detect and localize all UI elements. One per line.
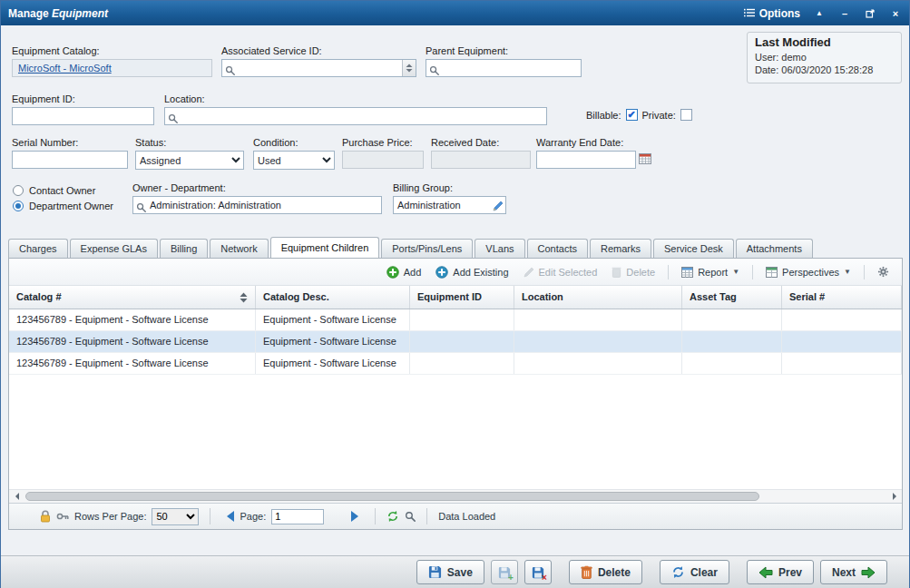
arrow-right-icon (861, 566, 876, 579)
tab-attachments[interactable]: Attachments (736, 239, 813, 258)
tab-ports-pins-lens[interactable]: Ports/Pins/Lens (381, 239, 473, 258)
search-icon (429, 63, 439, 79)
calendar-icon[interactable] (639, 152, 651, 168)
tab-service-desk[interactable]: Service Desk (653, 239, 734, 258)
contact-owner-radio[interactable] (13, 185, 24, 196)
owner-department-input[interactable] (132, 196, 382, 214)
equipment-id-input[interactable] (12, 107, 154, 125)
grid-settings-button[interactable] (872, 264, 895, 279)
edit-pencil-icon[interactable] (493, 199, 504, 215)
delete-selected-button[interactable]: Delete (606, 264, 660, 279)
horizontal-scrollbar (9, 489, 902, 503)
rows-per-page-select[interactable]: 50 (152, 508, 199, 525)
arrow-left-icon (758, 566, 773, 579)
column-header-serial[interactable]: Serial # (782, 286, 902, 309)
perspectives-button[interactable]: Perspectives ▼ (760, 265, 856, 279)
hscroll-left-button[interactable] (9, 490, 24, 503)
table-row[interactable]: 123456789 - Equipment - Software License… (9, 353, 902, 375)
report-icon (681, 267, 693, 278)
chevron-down-icon: ▼ (732, 268, 739, 276)
minimize-button[interactable]: – (838, 7, 851, 20)
tab-vlans[interactable]: VLans (475, 239, 524, 258)
tab-equipment-children[interactable]: Equipment Children (270, 237, 380, 258)
table-cell (410, 309, 514, 330)
parent-equipment-label: Parent Equipment: (426, 45, 582, 56)
page-next-button[interactable] (351, 511, 364, 522)
edit-selected-button[interactable]: Edit Selected (518, 265, 603, 279)
location-input[interactable] (164, 107, 547, 125)
location-label: Location: (164, 93, 547, 104)
popout-button[interactable] (864, 7, 876, 20)
parent-equipment-input[interactable] (426, 59, 582, 77)
table-row[interactable]: 123456789 - Equipment - Software License… (9, 331, 902, 353)
tab-remarks[interactable]: Remarks (590, 239, 651, 258)
trash-icon (581, 565, 592, 579)
save-and-close-button[interactable]: × (524, 560, 552, 584)
clear-refresh-icon (671, 565, 685, 579)
received-date-input (431, 151, 531, 169)
table-cell: 123456789 - Equipment - Software License (9, 309, 256, 330)
tab-network[interactable]: Network (210, 239, 268, 258)
table-cell (782, 331, 902, 352)
table-cell: 123456789 - Equipment - Software License (9, 353, 256, 374)
search-icon (225, 63, 235, 79)
key-icon[interactable] (56, 512, 69, 521)
status-select[interactable]: Assigned (135, 151, 244, 170)
spinner-icon (406, 64, 413, 73)
titlebar: Manage Equipment Options ▲ – × (1, 1, 909, 25)
hscroll-right-button[interactable] (887, 490, 902, 503)
prev-button[interactable]: Prev (747, 560, 814, 584)
associated-service-id-spinner[interactable] (402, 60, 416, 76)
billable-checkbox[interactable]: ✔ (626, 109, 638, 121)
associated-service-id-input[interactable] (221, 59, 416, 77)
grid-status-text: Data Loaded (438, 511, 495, 522)
options-button[interactable]: Options (744, 7, 800, 20)
tab-expense-glas[interactable]: Expense GLAs (70, 239, 158, 258)
equipment-catalog-link[interactable]: MicroSoft - MicroSoft (18, 63, 112, 74)
warranty-end-date-input[interactable] (536, 151, 636, 169)
save-and-new-button[interactable]: + (491, 560, 518, 584)
hscroll-track[interactable] (24, 490, 887, 503)
save-icon (428, 565, 442, 579)
hscroll-thumb[interactable] (25, 492, 759, 501)
add-existing-button[interactable]: Add Existing (430, 264, 514, 280)
add-button[interactable]: Add (381, 264, 427, 280)
refresh-icon[interactable] (387, 510, 399, 523)
department-owner-radio[interactable] (13, 201, 24, 211)
table-cell: Equipment - Software License (256, 353, 410, 374)
search-icon (136, 200, 146, 216)
tab-billing[interactable]: Billing (160, 239, 208, 258)
last-modified-date: Date: 06/03/2020 15:28:28 (755, 64, 894, 76)
pager-separator (210, 508, 210, 524)
tab-strip: Charges Expense GLAs Billing Network Equ… (8, 237, 815, 258)
column-header-equipment-id[interactable]: Equipment ID (410, 286, 514, 309)
tab-contacts[interactable]: Contacts (527, 239, 588, 258)
column-header-catalog[interactable]: Catalog # (9, 286, 256, 309)
lock-icon[interactable] (40, 510, 51, 523)
condition-select[interactable]: Used (253, 151, 335, 170)
table-row[interactable]: 123456789 - Equipment - Software License… (9, 309, 902, 331)
private-label: Private: (642, 110, 676, 121)
column-header-catalog-desc[interactable]: Catalog Desc. (256, 286, 410, 309)
private-checkbox[interactable] (680, 109, 692, 121)
column-header-asset-tag[interactable]: Asset Tag (682, 286, 782, 309)
clear-button[interactable]: Clear (660, 560, 729, 584)
delete-button[interactable]: Delete (569, 560, 642, 584)
search-icon[interactable] (405, 511, 416, 522)
billing-group-input[interactable] (393, 196, 506, 214)
report-button[interactable]: Report ▼ (676, 265, 745, 279)
save-button[interactable]: Save (416, 560, 484, 584)
page-input[interactable] (271, 509, 324, 524)
close-button[interactable]: × (889, 7, 902, 20)
toolbar-separator (864, 265, 865, 279)
table-header: Catalog # Catalog Desc. Equipment ID Loc… (9, 286, 902, 309)
collapse-button[interactable]: ▲ (813, 7, 826, 20)
page-label: Page: (240, 511, 266, 522)
column-header-location[interactable]: Location (514, 286, 682, 309)
tab-charges[interactable]: Charges (8, 239, 68, 258)
table-cell (514, 331, 682, 352)
page-prev-button[interactable] (221, 511, 234, 522)
manage-equipment-window: Manage Equipment Options ▲ – × Equipment… (0, 0, 910, 588)
serial-number-input[interactable] (12, 151, 128, 169)
next-button[interactable]: Next (820, 560, 887, 584)
